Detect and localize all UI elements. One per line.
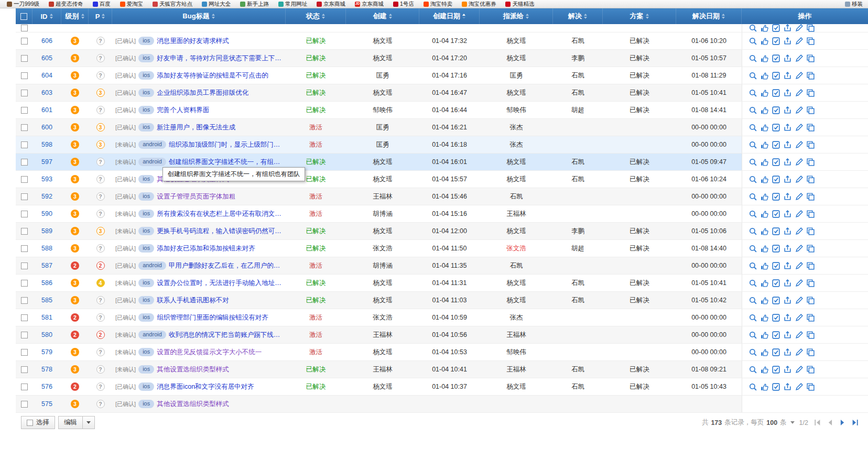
bookmark-item[interactable]: 常用网址 <box>274 0 312 8</box>
confirm-icon[interactable] <box>760 365 769 374</box>
edit-icon[interactable] <box>795 140 804 149</box>
table-row[interactable]: 5812?[已确认]ios组织管理部门里面的编辑按钮没有对齐激活张文浩01-04… <box>16 309 868 326</box>
row-checkbox[interactable] <box>21 366 28 373</box>
search-icon[interactable] <box>748 261 757 270</box>
resolve-icon[interactable] <box>772 279 780 288</box>
resolve-icon[interactable] <box>772 313 780 322</box>
export-icon[interactable] <box>783 365 792 374</box>
export-icon[interactable] <box>783 227 792 236</box>
bug-title-link[interactable]: 组织管理部门里面的编辑按钮没有对齐 <box>157 313 268 322</box>
bookmark-item[interactable]: 1号店 <box>388 0 419 8</box>
table-row[interactable]: 6043?[已确认]ios添加好友等待验证的按钮是不可点击的已解决匡勇01-04… <box>16 67 868 84</box>
bookmarks-overflow-button[interactable]: 移装 <box>842 1 866 8</box>
bug-title-link[interactable]: 添加好友等待验证的按钮是不可点击的 <box>157 71 268 80</box>
row-checkbox[interactable] <box>21 141 28 148</box>
bug-id-link[interactable]: 588 <box>41 245 52 252</box>
bookmark-item[interactable]: 天猫精选 <box>501 0 539 8</box>
export-icon[interactable] <box>783 313 792 322</box>
edit-dropdown-button[interactable] <box>83 416 95 429</box>
resolve-icon[interactable] <box>772 89 780 97</box>
column-header-opened-by[interactable]: 创建 <box>346 8 419 24</box>
row-checkbox[interactable] <box>21 90 28 96</box>
search-icon[interactable] <box>748 158 757 167</box>
export-icon[interactable] <box>783 331 792 340</box>
search-icon[interactable] <box>748 24 757 32</box>
search-icon[interactable] <box>748 348 757 357</box>
bug-title-link[interactable]: 消息里面的好友请求样式 <box>157 37 229 46</box>
search-icon[interactable] <box>748 279 757 288</box>
bug-id-link[interactable]: 580 <box>41 331 52 338</box>
search-icon[interactable] <box>748 175 757 184</box>
resolve-icon[interactable] <box>772 24 780 32</box>
edit-icon[interactable] <box>795 54 804 63</box>
edit-icon[interactable] <box>795 313 804 322</box>
bookmark-item[interactable]: 天狐官方站点 <box>148 0 197 8</box>
column-header-resolved-by[interactable]: 解决 <box>553 8 603 24</box>
resolve-icon[interactable] <box>772 296 780 305</box>
search-icon[interactable] <box>748 331 757 340</box>
export-icon[interactable] <box>783 89 792 97</box>
edit-button[interactable]: 编辑 <box>58 416 83 429</box>
bookmark-item[interactable]: JD京东商城 <box>350 0 388 8</box>
edit-icon[interactable] <box>795 24 804 32</box>
copy-icon[interactable] <box>806 89 815 97</box>
search-icon[interactable] <box>748 89 757 97</box>
copy-icon[interactable] <box>806 244 815 253</box>
row-checkbox[interactable] <box>21 280 28 287</box>
confirm-icon[interactable] <box>760 175 769 184</box>
bug-id-link[interactable]: 589 <box>41 227 52 235</box>
table-row[interactable]: 5933?[已确认]ios其他设置选组织类型样式已解决杨文瑶01-04 15:5… <box>16 171 868 188</box>
bug-title-link[interactable]: 设置的意见反馈提示文字大小不统一 <box>157 348 262 357</box>
copy-icon[interactable] <box>806 71 815 80</box>
edit-icon[interactable] <box>795 89 804 97</box>
confirm-icon[interactable] <box>760 192 769 201</box>
copy-icon[interactable] <box>806 37 815 46</box>
edit-icon[interactable] <box>795 296 804 305</box>
copy-icon[interactable] <box>806 24 815 32</box>
resolve-icon[interactable] <box>772 106 780 115</box>
edit-icon[interactable] <box>795 382 804 391</box>
bookmark-item[interactable]: 网址大全 <box>197 0 235 8</box>
edit-icon[interactable] <box>795 365 804 374</box>
row-checkbox[interactable] <box>21 25 28 31</box>
bug-title-link[interactable]: 完善个人资料界面 <box>157 106 209 115</box>
bug-id-link[interactable]: 592 <box>41 193 52 200</box>
bug-title-link[interactable]: 新注册用户，图像无法生成 <box>157 123 235 132</box>
bookmark-item[interactable]: 百度 <box>88 0 115 8</box>
row-checkbox[interactable] <box>21 297 28 304</box>
search-icon[interactable] <box>748 365 757 374</box>
column-header-pri[interactable]: P <box>89 8 112 24</box>
resolve-icon[interactable] <box>772 54 780 63</box>
table-row[interactable]: 6013?[已确认]ios完善个人资料界面已解决邹映伟01-04 16:44邹映… <box>16 102 868 119</box>
select-all-checkbox[interactable] <box>20 13 27 20</box>
edit-icon[interactable] <box>795 71 804 80</box>
confirm-icon[interactable] <box>760 279 769 288</box>
prev-page-icon[interactable] <box>826 418 834 427</box>
confirm-icon[interactable] <box>760 313 769 322</box>
edit-icon[interactable] <box>795 348 804 357</box>
row-checkbox[interactable] <box>21 349 28 356</box>
resolve-icon[interactable] <box>772 192 780 201</box>
bookmark-item[interactable]: 超变态传奇 <box>44 0 88 8</box>
export-icon[interactable] <box>783 37 792 46</box>
column-header-resolution[interactable]: 方案 <box>603 8 676 24</box>
bug-id-link[interactable]: 587 <box>41 262 52 269</box>
export-icon[interactable] <box>783 106 792 115</box>
table-row[interactable]: 60333[已确认]ios企业组织添加员工界面排版优化已解决杨文瑶01-04 1… <box>16 84 868 102</box>
next-page-icon[interactable] <box>838 418 847 427</box>
search-icon[interactable] <box>748 37 757 46</box>
bug-title-link[interactable]: 所有搜索没有在状态栏上居中还有取消文字颜色不… <box>157 210 283 218</box>
bug-title-link[interactable]: 联系人手机通讯图标不对 <box>157 296 229 305</box>
export-icon[interactable] <box>783 296 792 305</box>
export-icon[interactable] <box>783 244 792 253</box>
search-icon[interactable] <box>748 106 757 115</box>
bug-title-link[interactable]: 甲用户删除好友乙后在，在乙用户的通讯录好… <box>169 261 283 270</box>
bug-id-link[interactable]: 606 <box>41 37 52 45</box>
confirm-icon[interactable] <box>760 210 769 218</box>
search-icon[interactable] <box>748 210 757 218</box>
export-icon[interactable] <box>783 71 792 80</box>
row-checkbox[interactable] <box>21 124 28 131</box>
table-row[interactable]: 58722[已确认]android甲用户删除好友乙后在，在乙用户的通讯录好…激活… <box>16 257 868 275</box>
resolve-icon[interactable] <box>772 175 780 184</box>
resolve-icon[interactable] <box>772 227 780 236</box>
